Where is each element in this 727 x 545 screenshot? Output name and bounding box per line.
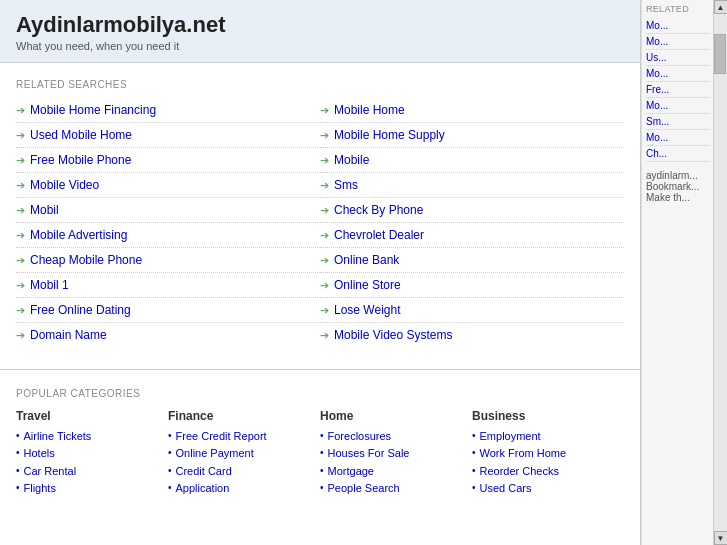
category-link[interactable]: Foreclosures bbox=[328, 429, 392, 443]
category-link[interactable]: Flights bbox=[24, 481, 56, 495]
search-link[interactable]: Mobile Home Supply bbox=[334, 128, 445, 142]
arrow-icon: ➔ bbox=[320, 254, 329, 267]
sidebar-link[interactable]: Ch... bbox=[646, 146, 709, 162]
arrow-icon: ➔ bbox=[16, 304, 25, 317]
bullet-icon: • bbox=[16, 430, 20, 441]
search-link[interactable]: Mobil 1 bbox=[30, 278, 69, 292]
search-link[interactable]: Mobile Home Financing bbox=[30, 103, 156, 117]
search-link[interactable]: Cheap Mobile Phone bbox=[30, 253, 142, 267]
arrow-icon: ➔ bbox=[320, 279, 329, 292]
category-link[interactable]: Reorder Checks bbox=[480, 464, 559, 478]
search-right-item: ➔Sms bbox=[320, 173, 624, 198]
search-link[interactable]: Mobile bbox=[334, 153, 369, 167]
category-link[interactable]: Work From Home bbox=[480, 446, 567, 460]
category-item: •Work From Home bbox=[472, 446, 624, 460]
arrow-icon: ➔ bbox=[16, 229, 25, 242]
category-link[interactable]: Hotels bbox=[24, 446, 55, 460]
site-title: Aydinlarmobilya.net bbox=[16, 12, 624, 38]
arrow-icon: ➔ bbox=[320, 329, 329, 342]
site-header: Aydinlarmobilya.net What you need, when … bbox=[0, 0, 640, 63]
category-item: •Reorder Checks bbox=[472, 464, 624, 478]
category-link[interactable]: Mortgage bbox=[328, 464, 374, 478]
search-left-item: ➔Cheap Mobile Phone bbox=[16, 248, 320, 273]
arrow-icon: ➔ bbox=[320, 104, 329, 117]
sidebar-link[interactable]: Mo... bbox=[646, 34, 709, 50]
search-link[interactable]: Check By Phone bbox=[334, 203, 423, 217]
arrow-icon: ➔ bbox=[320, 179, 329, 192]
arrow-icon: ➔ bbox=[16, 279, 25, 292]
category-link[interactable]: Used Cars bbox=[480, 481, 532, 495]
search-link[interactable]: Mobile Video Systems bbox=[334, 328, 453, 342]
bullet-icon: • bbox=[472, 447, 476, 458]
search-left-item: ➔Free Online Dating bbox=[16, 298, 320, 323]
search-link[interactable]: Mobile Video bbox=[30, 178, 99, 192]
category-col-travel: Travel•Airline Tickets•Hotels•Car Rental… bbox=[16, 409, 168, 498]
sidebar-link[interactable]: Mo... bbox=[646, 130, 709, 146]
sidebar-link[interactable]: Fre... bbox=[646, 82, 709, 98]
search-link[interactable]: Chevrolet Dealer bbox=[334, 228, 424, 242]
bullet-icon: • bbox=[320, 465, 324, 476]
category-link[interactable]: Airline Tickets bbox=[24, 429, 92, 443]
sidebar-link[interactable]: Mo... bbox=[646, 66, 709, 82]
category-link[interactable]: Application bbox=[176, 481, 230, 495]
category-link[interactable]: Employment bbox=[480, 429, 541, 443]
sidebar-link[interactable]: Us... bbox=[646, 50, 709, 66]
search-right-item: ➔Lose Weight bbox=[320, 298, 624, 323]
category-item: •Online Payment bbox=[168, 446, 320, 460]
bullet-icon: • bbox=[320, 430, 324, 441]
category-item: •Airline Tickets bbox=[16, 429, 168, 443]
search-link[interactable]: Online Bank bbox=[334, 253, 399, 267]
sidebar-link[interactable]: Sm... bbox=[646, 114, 709, 130]
category-item: •Car Rental bbox=[16, 464, 168, 478]
bullet-icon: • bbox=[168, 482, 172, 493]
search-left-column: ➔Mobile Home Financing➔Used Mobile Home➔… bbox=[16, 98, 320, 347]
category-item: •Credit Card bbox=[168, 464, 320, 478]
search-link[interactable]: Mobile Home bbox=[334, 103, 405, 117]
category-item: •Foreclosures bbox=[320, 429, 472, 443]
category-link[interactable]: Free Credit Report bbox=[176, 429, 267, 443]
scroll-track[interactable] bbox=[714, 14, 727, 531]
category-title: Home bbox=[320, 409, 472, 423]
search-link[interactable]: Free Mobile Phone bbox=[30, 153, 131, 167]
category-link[interactable]: Credit Card bbox=[176, 464, 232, 478]
scroll-up-button[interactable]: ▲ bbox=[714, 0, 728, 14]
search-link[interactable]: Mobile Advertising bbox=[30, 228, 127, 242]
category-item: •Flights bbox=[16, 481, 168, 495]
search-link[interactable]: Domain Name bbox=[30, 328, 107, 342]
category-link[interactable]: People Search bbox=[328, 481, 400, 495]
search-link[interactable]: Mobil bbox=[30, 203, 59, 217]
category-item: •Application bbox=[168, 481, 320, 495]
category-link[interactable]: Car Rental bbox=[24, 464, 77, 478]
category-link[interactable]: Houses For Sale bbox=[328, 446, 410, 460]
search-link[interactable]: Sms bbox=[334, 178, 358, 192]
search-right-column: ➔Mobile Home➔Mobile Home Supply➔Mobile➔S… bbox=[320, 98, 624, 347]
section-divider bbox=[0, 369, 640, 370]
arrow-icon: ➔ bbox=[16, 104, 25, 117]
search-link[interactable]: Online Store bbox=[334, 278, 401, 292]
search-link[interactable]: Used Mobile Home bbox=[30, 128, 132, 142]
search-right-item: ➔Chevrolet Dealer bbox=[320, 223, 624, 248]
category-title: Business bbox=[472, 409, 624, 423]
search-left-item: ➔Used Mobile Home bbox=[16, 123, 320, 148]
category-link[interactable]: Online Payment bbox=[176, 446, 254, 460]
arrow-icon: ➔ bbox=[16, 129, 25, 142]
scroll-down-button[interactable]: ▼ bbox=[714, 531, 728, 545]
search-left-item: ➔Mobile Video bbox=[16, 173, 320, 198]
search-left-item: ➔Mobile Advertising bbox=[16, 223, 320, 248]
bullet-icon: • bbox=[472, 465, 476, 476]
search-link[interactable]: Free Online Dating bbox=[30, 303, 131, 317]
search-left-item: ➔Mobil bbox=[16, 198, 320, 223]
sidebar-related-label: RELATED bbox=[646, 4, 709, 14]
sidebar-link[interactable]: Mo... bbox=[646, 98, 709, 114]
bullet-icon: • bbox=[472, 430, 476, 441]
search-link[interactable]: Lose Weight bbox=[334, 303, 401, 317]
arrow-icon: ➔ bbox=[16, 254, 25, 267]
vertical-scrollbar[interactable]: ▲ ▼ bbox=[713, 0, 727, 545]
category-col-business: Business•Employment•Work From Home•Reord… bbox=[472, 409, 624, 498]
category-item: •People Search bbox=[320, 481, 472, 495]
category-col-finance: Finance•Free Credit Report•Online Paymen… bbox=[168, 409, 320, 498]
arrow-icon: ➔ bbox=[16, 154, 25, 167]
sidebar-link[interactable]: Mo... bbox=[646, 18, 709, 34]
scroll-thumb[interactable] bbox=[714, 34, 726, 74]
arrow-icon: ➔ bbox=[16, 179, 25, 192]
